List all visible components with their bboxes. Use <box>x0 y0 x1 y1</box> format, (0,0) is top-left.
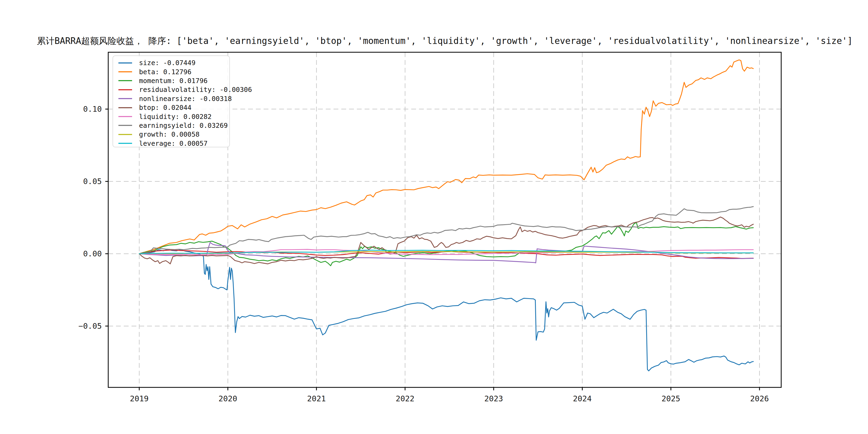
series-lines <box>139 60 753 371</box>
x-tick-label-2026: 2026 <box>750 394 769 403</box>
y-tick-label-0.00: 0.00 <box>83 249 102 258</box>
legend-box: size: -0.07449beta: 0.12796momentum: 0.0… <box>113 56 230 147</box>
legend-item-nonlinearsize: nonlinearsize: -0.00318 <box>115 94 229 103</box>
legend-swatch-btop <box>118 107 132 108</box>
legend-item-size: size: -0.07449 <box>115 58 229 67</box>
series-line-btop <box>139 217 753 264</box>
legend-label-residualvolatility: residualvolatility: -0.00306 <box>139 86 252 93</box>
x-tick-label-2022: 2022 <box>396 394 414 403</box>
legend-item-liquidity: liquidity: 0.00282 <box>115 112 229 121</box>
legend-swatch-liquidity <box>118 116 132 117</box>
legend-swatch-leverage <box>118 143 132 144</box>
legend-label-liquidity: liquidity: 0.00282 <box>139 113 212 121</box>
legend-swatch-growth <box>118 134 132 135</box>
legend-item-btop: btop: 0.02044 <box>115 103 229 112</box>
legend-label-momentum: momentum: 0.01796 <box>139 77 208 85</box>
legend-swatch-momentum <box>118 80 132 81</box>
legend-swatch-earningsyield <box>118 125 132 126</box>
legend-item-growth: growth: 0.00058 <box>115 130 229 139</box>
x-tick-label-2025: 2025 <box>661 394 680 403</box>
legend-label-beta: beta: 0.12796 <box>139 68 191 76</box>
x-tick-label-2021: 2021 <box>307 394 326 403</box>
legend-item-leverage: leverage: 0.00057 <box>115 139 229 148</box>
x-tick-label-2023: 2023 <box>484 394 503 403</box>
y-tick-label-0.10: 0.10 <box>83 104 102 114</box>
legend-label-earningsyield: earningsyield: 0.03269 <box>139 122 228 129</box>
legend-swatch-residualvolatility <box>118 89 132 90</box>
legend-item-beta: beta: 0.12796 <box>115 67 229 76</box>
legend-item-earningsyield: earningsyield: 0.03269 <box>115 121 229 130</box>
legend-label-growth: growth: 0.00058 <box>139 130 199 138</box>
legend-swatch-nonlinearsize <box>118 98 132 99</box>
figure-canvas: 累计BARRA超额风险收益， 降序: ['beta', 'earningsyie… <box>0 0 868 434</box>
legend-item-residualvolatility: residualvolatility: -0.00306 <box>115 85 229 94</box>
series-line-earningsyield <box>139 207 753 254</box>
series-line-size <box>139 249 753 371</box>
y-tick-label-0.05: 0.05 <box>83 177 102 186</box>
legend-label-size: size: -0.07449 <box>139 59 195 67</box>
legend-item-momentum: momentum: 0.01796 <box>115 76 229 85</box>
legend-swatch-size <box>118 62 132 63</box>
x-tick-label-2019: 2019 <box>130 394 149 403</box>
y-tick-label-−0.05: −0.05 <box>79 321 102 331</box>
legend-label-nonlinearsize: nonlinearsize: -0.00318 <box>139 95 232 103</box>
x-tick-label-2020: 2020 <box>219 394 237 403</box>
legend-label-btop: btop: 0.02044 <box>139 104 191 112</box>
x-tick-label-2024: 2024 <box>573 394 592 403</box>
legend-label-leverage: leverage: 0.00057 <box>139 140 208 147</box>
legend-swatch-beta <box>118 71 132 72</box>
series-line-momentum <box>139 222 753 266</box>
